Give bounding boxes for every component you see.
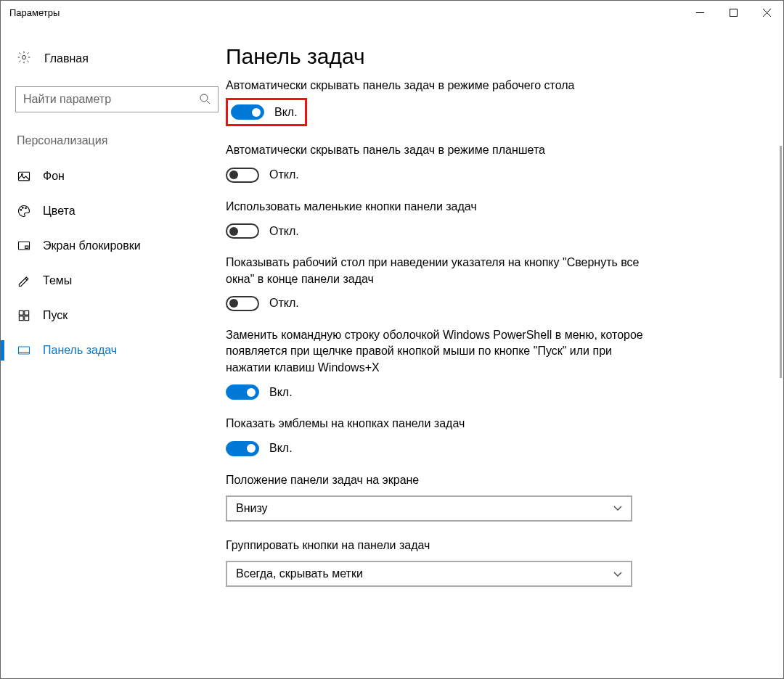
setting-position: Положение панели задач на экране Внизу: [226, 472, 753, 522]
toggle-autohide-desktop[interactable]: [231, 104, 264, 120]
setting-badges: Показать эмблемы на кнопках панели задач…: [226, 416, 753, 456]
setting-powershell: Заменить командную строку оболочкой Wind…: [226, 327, 753, 400]
setting-peek-desktop: Показывать рабочий стол при наведении ук…: [226, 255, 753, 311]
page-title: Панель задач: [226, 44, 753, 69]
sidebar-item-background[interactable]: Фон: [1, 159, 226, 194]
toggle-state-label: Вкл.: [274, 106, 298, 119]
category-title: Персонализация: [15, 134, 226, 147]
setting-label: Использовать маленькие кнопки панели зад…: [226, 199, 647, 215]
toggle-powershell[interactable]: [226, 384, 259, 400]
sidebar-item-start[interactable]: Пуск: [1, 298, 226, 333]
titlebar: Параметры: [1, 1, 783, 24]
toggle-state-label: Вкл.: [269, 386, 293, 399]
svg-rect-14: [19, 310, 23, 315]
close-button[interactable]: [750, 1, 783, 24]
dropdown-value: Всегда, скрывать метки: [236, 567, 363, 580]
sidebar-item-themes[interactable]: Темы: [1, 263, 226, 298]
sidebar-item-colors[interactable]: Цвета: [1, 194, 226, 229]
setting-label: Автоматически скрывать панель задач в ре…: [226, 142, 647, 158]
sidebar: Главная Персонализация Фон Цвета: [1, 24, 226, 678]
sidebar-item-label: Фон: [43, 170, 65, 183]
svg-line-6: [207, 101, 210, 104]
setting-label: Показать эмблемы на кнопках панели задач: [226, 416, 647, 432]
dropdown-combine[interactable]: Всегда, скрывать метки: [226, 561, 632, 587]
setting-small-buttons: Использовать маленькие кнопки панели зад…: [226, 199, 753, 239]
home-label: Главная: [44, 52, 89, 65]
svg-rect-1: [730, 9, 737, 16]
svg-rect-18: [19, 347, 30, 354]
toggle-autohide-tablet[interactable]: [226, 168, 259, 183]
svg-point-8: [22, 174, 23, 176]
setting-label: Положение панели задач на экране: [226, 472, 647, 488]
setting-label: Показывать рабочий стол при наведении ук…: [226, 255, 647, 287]
setting-autohide-desktop: Автоматически скрывать панель задач в ре…: [226, 78, 753, 126]
setting-label: Автоматически скрывать панель задач в ре…: [226, 78, 647, 94]
sidebar-item-label: Темы: [43, 274, 72, 287]
svg-point-11: [25, 207, 27, 209]
start-icon: [17, 308, 31, 323]
setting-combine: Группировать кнопки на панели задач Всег…: [226, 538, 753, 587]
toggle-state-label: Вкл.: [269, 442, 293, 455]
maximize-button[interactable]: [716, 1, 750, 24]
dropdown-value: Внизу: [236, 502, 268, 515]
content: Панель задач Автоматически скрывать пане…: [226, 24, 783, 678]
toggle-small-buttons[interactable]: [226, 223, 259, 239]
svg-point-9: [20, 210, 22, 211]
dropdown-position[interactable]: Внизу: [226, 495, 632, 522]
themes-icon: [17, 273, 31, 288]
setting-label: Заменить командную строку оболочкой Wind…: [226, 327, 647, 376]
window-title: Параметры: [9, 7, 60, 18]
svg-point-10: [23, 207, 24, 209]
svg-rect-13: [25, 246, 28, 248]
toggle-state-label: Откл.: [269, 225, 299, 238]
search-input[interactable]: [23, 93, 199, 106]
scrollbar-thumb[interactable]: [780, 146, 782, 378]
sidebar-item-taskbar[interactable]: Панель задач: [1, 333, 226, 368]
toggle-state-label: Откл.: [269, 297, 299, 310]
scrollbar[interactable]: [780, 59, 782, 677]
sidebar-item-label: Пуск: [43, 309, 68, 322]
toggle-state-label: Откл.: [269, 168, 299, 181]
chevron-down-icon: [613, 569, 622, 580]
minimize-button[interactable]: [683, 1, 716, 24]
sidebar-item-label: Панель задач: [43, 344, 117, 357]
gear-icon: [17, 50, 31, 67]
svg-rect-17: [25, 316, 29, 321]
sidebar-item-lockscreen[interactable]: Экран блокировки: [1, 229, 226, 263]
nav: Фон Цвета Экран блокировки Темы Пуск: [1, 159, 226, 368]
annotation-highlight: Вкл.: [226, 98, 307, 126]
toggle-peek-desktop[interactable]: [226, 296, 259, 311]
sidebar-item-label: Цвета: [43, 205, 75, 218]
setting-autohide-tablet: Автоматически скрывать панель задач в ре…: [226, 142, 753, 182]
taskbar-icon: [17, 343, 31, 358]
svg-rect-7: [19, 172, 30, 181]
search-icon: [199, 93, 211, 107]
sidebar-item-label: Экран блокировки: [43, 239, 141, 252]
setting-label: Группировать кнопки на панели задач: [226, 538, 647, 554]
palette-icon: [17, 204, 31, 218]
search-input-container[interactable]: [15, 86, 219, 112]
image-icon: [17, 169, 31, 184]
svg-point-4: [23, 56, 26, 59]
lockscreen-icon: [17, 239, 31, 253]
toggle-badges[interactable]: [226, 441, 259, 456]
svg-rect-16: [19, 316, 23, 321]
home-link[interactable]: Главная: [15, 44, 226, 73]
svg-rect-15: [25, 310, 29, 315]
chevron-down-icon: [613, 503, 622, 514]
svg-point-5: [200, 94, 208, 102]
